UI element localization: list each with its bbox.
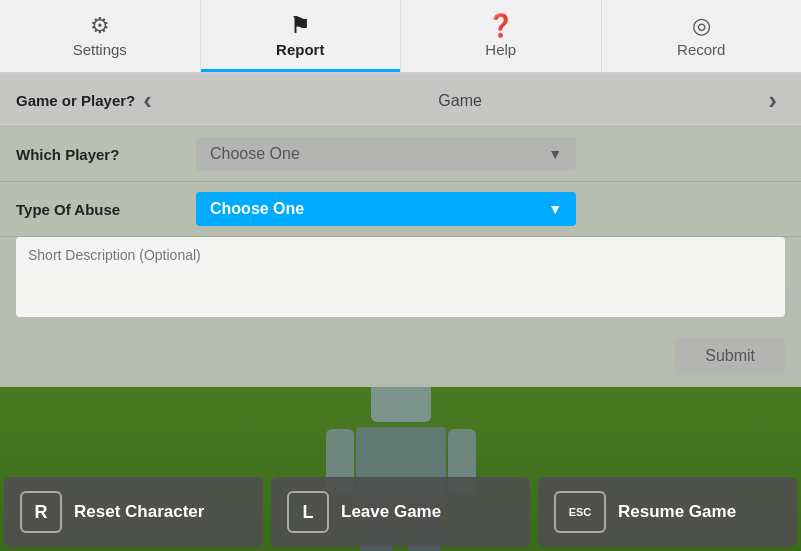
submit-wrap: Submit [0, 331, 801, 387]
resume-game-button[interactable]: ESC Resume Game [538, 477, 797, 547]
game-player-selector: ‹ Game › [135, 85, 785, 116]
topbar-item-help[interactable]: ❓ Help [401, 0, 602, 72]
type-of-abuse-dropdown[interactable]: Choose One ▼ [196, 192, 576, 226]
settings-label: Settings [73, 41, 127, 58]
record-icon: ◎ [692, 15, 711, 37]
reset-character-label: Reset Character [74, 502, 204, 522]
game-or-player-row: Game or Player? ‹ Game › [0, 75, 801, 127]
description-textarea[interactable] [16, 237, 785, 317]
leave-game-label: Leave Game [341, 502, 441, 522]
submit-button[interactable]: Submit [675, 337, 785, 375]
game-value: Game [160, 92, 760, 110]
flag-icon: ⚑ [290, 15, 310, 37]
help-icon: ❓ [487, 15, 514, 37]
report-label: Report [276, 41, 324, 58]
type-of-abuse-row: Type Of Abuse Choose One ▼ [0, 182, 801, 237]
dropdown-arrow-icon: ▼ [548, 146, 562, 162]
reset-key-label: R [35, 502, 48, 523]
prev-arrow-button[interactable]: ‹ [135, 85, 160, 116]
type-of-abuse-dropdown-label: Choose One [210, 200, 304, 218]
resume-key-label: ESC [569, 506, 592, 518]
type-of-abuse-label: Type Of Abuse [16, 201, 196, 218]
submit-label: Submit [705, 347, 755, 364]
next-arrow-button[interactable]: › [760, 85, 785, 116]
resume-key-badge: ESC [554, 491, 606, 533]
record-label: Record [677, 41, 725, 58]
leave-game-button[interactable]: L Leave Game [271, 477, 530, 547]
report-panel: Game or Player? ‹ Game › Which Player? C… [0, 75, 801, 387]
topbar: ⚙ Settings ⚑ Report ❓ Help ◎ Record [0, 0, 801, 75]
help-label: Help [485, 41, 516, 58]
which-player-dropdown-label: Choose One [210, 145, 300, 163]
which-player-label: Which Player? [16, 146, 196, 163]
which-player-control: Choose One ▼ [196, 137, 785, 171]
type-abuse-dropdown-arrow-icon: ▼ [548, 201, 562, 217]
type-of-abuse-control: Choose One ▼ [196, 192, 785, 226]
which-player-dropdown[interactable]: Choose One ▼ [196, 137, 576, 171]
leave-key-badge: L [287, 491, 329, 533]
gear-icon: ⚙ [90, 15, 110, 37]
bottom-bar: R Reset Character L Leave Game ESC Resum… [0, 473, 801, 551]
resume-game-label: Resume Game [618, 502, 736, 522]
leave-key-label: L [303, 502, 314, 523]
reset-key-badge: R [20, 491, 62, 533]
which-player-row: Which Player? Choose One ▼ [0, 127, 801, 182]
svg-rect-0 [371, 387, 431, 422]
game-or-player-label: Game or Player? [16, 92, 135, 109]
reset-character-button[interactable]: R Reset Character [4, 477, 263, 547]
topbar-item-record[interactable]: ◎ Record [602, 0, 802, 72]
topbar-item-report[interactable]: ⚑ Report [201, 0, 402, 72]
topbar-item-settings[interactable]: ⚙ Settings [0, 0, 201, 72]
